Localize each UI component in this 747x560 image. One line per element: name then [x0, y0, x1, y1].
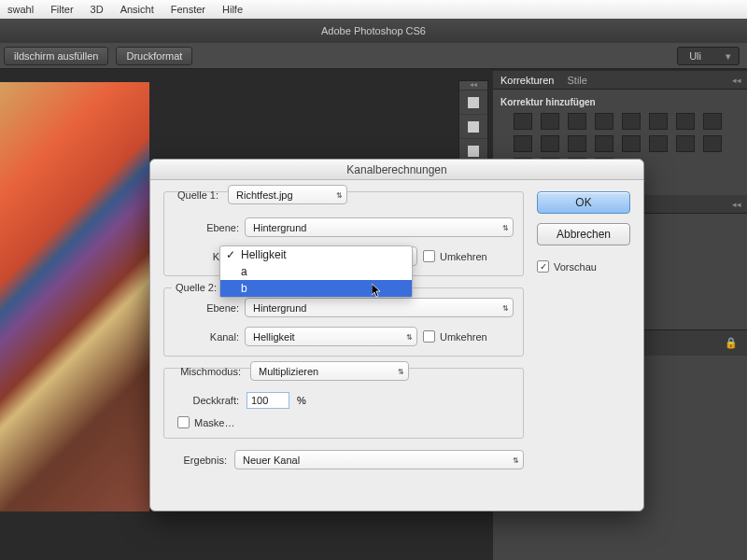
korrekturen-panel-header: Korrekturen Stile ◂◂	[493, 71, 747, 90]
ergebnis-select[interactable]: Neuer Kanal	[234, 450, 524, 469]
app-titlebar: Adobe Photoshop CS6	[0, 19, 747, 43]
adjust-icon-hue[interactable]	[649, 113, 668, 130]
adjust-icon-posterize[interactable]	[622, 135, 641, 152]
adjust-icon-channel-mixer[interactable]	[541, 135, 559, 152]
menu-fenster[interactable]: Fenster	[171, 4, 205, 15]
dd-option-a[interactable]: a	[220, 263, 412, 280]
toolbar-collapse-icon[interactable]: ◂◂	[459, 81, 487, 91]
vorschau-checkbox[interactable]: ✓	[537, 260, 549, 273]
dd-option-helligkeit[interactable]: Helligkeit	[220, 246, 412, 263]
app-title: Adobe Photoshop CS6	[321, 25, 426, 36]
quelle2-legend: Quelle 2:	[172, 282, 220, 293]
tool-icon-2[interactable]	[459, 115, 487, 139]
cancel-button[interactable]: Abbrechen	[537, 223, 630, 245]
korrektur-add-label: Korrektur hinzufügen	[500, 97, 740, 107]
quelle1-ebene-select[interactable]: Hintergrund	[245, 217, 514, 237]
cursor-icon	[372, 284, 382, 299]
maske-checkbox[interactable]	[177, 416, 190, 428]
panel-collapse-icon-2[interactable]: ◂◂	[732, 200, 741, 209]
dialog-title: Kanalberechnungen	[150, 160, 643, 180]
tab-stile[interactable]: Stile	[567, 75, 586, 86]
adjust-icon-wb[interactable]	[676, 113, 695, 130]
deckkraft-label: Deckkraft:	[174, 395, 239, 406]
kanal-dropdown-open: Helligkeit a b	[219, 245, 413, 298]
vorschau-label: Vorschau	[554, 261, 597, 273]
workspace-selector[interactable]: Uli	[677, 47, 740, 65]
mischmodus-fieldset: Mischmodus: Multiplizieren Deckkraft: % …	[163, 368, 524, 439]
tab-korrekturen[interactable]: Korrekturen	[500, 75, 554, 86]
adjust-icon-photo-filter[interactable]	[514, 135, 532, 152]
kanalberechnungen-dialog: Kanalberechnungen Quelle 1: Richtfest.jp…	[149, 159, 644, 511]
adjust-icon-selective[interactable]	[703, 135, 722, 152]
adjust-icon-curves[interactable]	[568, 113, 586, 130]
adjust-icon-threshold[interactable]	[649, 135, 668, 152]
menu-swahl[interactable]: swahl	[7, 4, 34, 15]
quelle1-umkehren-checkbox[interactable]	[423, 250, 435, 262]
adjust-icon-invert[interactable]	[595, 135, 613, 152]
panel-collapse-icon[interactable]: ◂◂	[732, 76, 741, 85]
canvas-image[interactable]	[0, 82, 149, 511]
ergebnis-label: Ergebnis:	[163, 455, 227, 466]
quelle2-fieldset: Quelle 2: Ebene: Hintergrund Kanal: Hell…	[163, 287, 524, 357]
menu-3d[interactable]: 3D	[91, 4, 104, 15]
quelle2-umkehren-checkbox[interactable]	[423, 330, 435, 343]
maske-label: Maske…	[194, 417, 234, 428]
quelle1-umkehren-label: Umkehren	[440, 251, 487, 262]
quelle2-umkehren-label: Umkehren	[440, 331, 487, 343]
lock-icon[interactable]: 🔒	[725, 337, 738, 349]
adjust-icon-levels[interactable]	[541, 113, 559, 130]
print-size-button[interactable]: Druckformat	[116, 47, 192, 65]
quelle2-kanal-select[interactable]: Helligkeit	[245, 327, 417, 346]
adjust-icon-vibrance[interactable]	[622, 113, 641, 130]
adjust-icon-exposure[interactable]	[595, 113, 613, 130]
adjust-icon-gradient-map[interactable]	[676, 135, 695, 152]
deckkraft-input[interactable]	[247, 392, 289, 409]
adjust-icon-color-lookup[interactable]	[568, 135, 586, 152]
dd-option-b[interactable]: b	[220, 280, 412, 297]
mini-toolbar: ◂◂	[458, 80, 488, 164]
adjust-icon-brightness[interactable]	[514, 113, 532, 130]
menu-hilfe[interactable]: Hilfe	[222, 4, 243, 15]
mischmodus-label: Mischmodus:	[174, 366, 245, 377]
ok-button[interactable]: OK	[537, 191, 630, 214]
quelle2-ebene-select[interactable]: Hintergrund	[245, 298, 514, 317]
quelle2-kanal-label: Kanal:	[174, 331, 239, 343]
options-bar: ildschirm ausfüllen Druckformat Uli	[0, 43, 747, 69]
tool-icon-1[interactable]	[459, 91, 487, 115]
mischmodus-select[interactable]: Multiplizieren	[250, 361, 409, 381]
quelle2-ebene-label: Ebene:	[174, 302, 239, 314]
menu-ansicht[interactable]: Ansicht	[120, 4, 154, 15]
menu-filter[interactable]: Filter	[50, 4, 73, 15]
deckkraft-pct: %	[297, 395, 306, 406]
quelle1-ebene-label: Ebene:	[174, 222, 239, 233]
quelle1-file-select[interactable]: Richtfest.jpg	[228, 185, 347, 204]
menubar: swahl Filter 3D Ansicht Fenster Hilfe	[0, 0, 747, 19]
adjust-icon-bw[interactable]	[703, 113, 722, 130]
quelle1-legend: Quelle 1:	[174, 189, 222, 201]
fit-screen-button[interactable]: ildschirm ausfüllen	[4, 47, 108, 65]
